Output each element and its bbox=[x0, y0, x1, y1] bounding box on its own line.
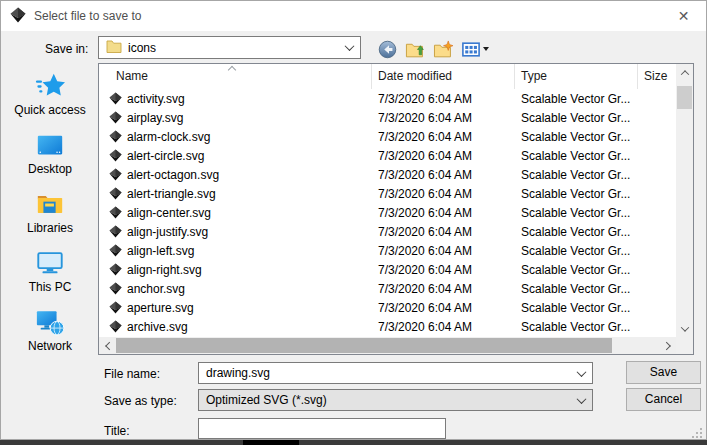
sidebar-item-label: Libraries bbox=[27, 221, 73, 235]
inkscape-file-icon bbox=[109, 225, 122, 238]
menu-caret-icon bbox=[483, 47, 489, 51]
folder-up-icon bbox=[405, 40, 425, 59]
vertical-scrollbar[interactable] bbox=[676, 64, 693, 337]
file-row[interactable]: align-left.svg 7/3/2020 6:04 AM Scalable… bbox=[99, 241, 676, 260]
inkscape-file-icon bbox=[109, 301, 122, 314]
file-date-modified: 7/3/2020 6:04 AM bbox=[372, 244, 515, 258]
quick-access-icon bbox=[35, 71, 65, 101]
places-sidebar: Quick access Desktop bbox=[2, 65, 98, 355]
file-date-modified: 7/3/2020 6:04 AM bbox=[372, 225, 515, 239]
file-date-modified: 7/3/2020 6:04 AM bbox=[372, 282, 515, 296]
file-row[interactable]: align-justify.svg 7/3/2020 6:04 AM Scala… bbox=[99, 222, 676, 241]
save-button[interactable]: Save bbox=[626, 361, 701, 384]
column-headers: Name Date modified Type Size bbox=[99, 64, 676, 89]
chevron-down-icon bbox=[345, 41, 355, 51]
file-name: align-center.svg bbox=[127, 206, 211, 220]
file-row[interactable]: alert-triangle.svg 7/3/2020 6:04 AM Scal… bbox=[99, 184, 676, 203]
file-row[interactable]: alert-circle.svg 7/3/2020 6:04 AM Scalab… bbox=[99, 146, 676, 165]
create-new-folder-button[interactable] bbox=[433, 40, 454, 59]
file-row[interactable]: align-center.svg 7/3/2020 6:04 AM Scalab… bbox=[99, 203, 676, 222]
file-name: aperture.svg bbox=[127, 301, 194, 315]
inkscape-file-icon bbox=[109, 92, 122, 105]
column-header-size[interactable]: Size bbox=[638, 64, 676, 89]
save-as-type-combobox[interactable]: Optimized SVG (*.svg) bbox=[198, 389, 593, 411]
sidebar-item-libraries[interactable]: Libraries bbox=[4, 189, 96, 235]
file-date-modified: 7/3/2020 6:04 AM bbox=[372, 187, 515, 201]
sidebar-item-network[interactable]: Network bbox=[4, 307, 96, 353]
inkscape-file-icon bbox=[109, 111, 122, 124]
file-type: Scalable Vector Gr... bbox=[515, 206, 638, 220]
scroll-up-arrow[interactable] bbox=[676, 64, 693, 81]
inkscape-file-icon bbox=[109, 168, 122, 181]
horizontal-scroll-thumb[interactable] bbox=[116, 338, 612, 353]
sidebar-item-quick-access[interactable]: Quick access bbox=[4, 71, 96, 117]
column-header-name[interactable]: Name bbox=[99, 64, 372, 89]
file-name-value: drawing.svg bbox=[206, 366, 270, 380]
scroll-right-arrow[interactable] bbox=[659, 337, 676, 354]
file-row[interactable]: aperture.svg 7/3/2020 6:04 AM Scalable V… bbox=[99, 298, 676, 317]
file-type: Scalable Vector Gr... bbox=[515, 111, 638, 125]
file-name: archive.svg bbox=[127, 320, 188, 334]
file-type: Scalable Vector Gr... bbox=[515, 92, 638, 106]
file-name-label: File name: bbox=[104, 367, 160, 381]
column-header-date-modified[interactable]: Date modified bbox=[372, 64, 515, 89]
file-date-modified: 7/3/2020 6:04 AM bbox=[372, 168, 515, 182]
save-in-combobox[interactable]: icons bbox=[98, 36, 361, 59]
file-name: anchor.svg bbox=[127, 282, 185, 296]
close-button[interactable]: ✕ bbox=[661, 1, 706, 30]
file-name: alert-triangle.svg bbox=[127, 187, 216, 201]
horizontal-scrollbar[interactable] bbox=[99, 337, 676, 354]
cancel-button[interactable]: Cancel bbox=[626, 388, 701, 411]
file-type: Scalable Vector Gr... bbox=[515, 301, 638, 315]
file-row[interactable]: airplay.svg 7/3/2020 6:04 AM Scalable Ve… bbox=[99, 108, 676, 127]
titlebar: Select file to save to ✕ bbox=[1, 1, 706, 31]
window-title: Select file to save to bbox=[34, 9, 141, 23]
file-name: alarm-clock.svg bbox=[127, 130, 210, 144]
file-name: align-justify.svg bbox=[127, 225, 208, 239]
file-type: Scalable Vector Gr... bbox=[515, 282, 638, 296]
file-row[interactable]: alarm-clock.svg 7/3/2020 6:04 AM Scalabl… bbox=[99, 127, 676, 146]
resize-grip[interactable] bbox=[691, 427, 703, 442]
inkscape-logo-icon bbox=[10, 7, 26, 26]
file-date-modified: 7/3/2020 6:04 AM bbox=[372, 149, 515, 163]
this-pc-icon bbox=[35, 248, 65, 278]
folder-icon bbox=[106, 39, 122, 56]
file-row[interactable]: alert-octagon.svg 7/3/2020 6:04 AM Scala… bbox=[99, 165, 676, 184]
view-menu-button[interactable] bbox=[462, 41, 489, 58]
save-in-label: Save in: bbox=[45, 42, 88, 56]
inkscape-file-icon bbox=[109, 130, 122, 143]
folder-new-icon bbox=[433, 40, 454, 59]
file-row[interactable]: archive.svg 7/3/2020 6:04 AM Scalable Ve… bbox=[99, 317, 676, 336]
desktop-icon bbox=[35, 130, 65, 160]
title-label: Title: bbox=[104, 424, 130, 438]
sidebar-item-desktop[interactable]: Desktop bbox=[4, 130, 96, 176]
file-row[interactable]: anchor.svg 7/3/2020 6:04 AM Scalable Vec… bbox=[99, 279, 676, 298]
file-row[interactable]: activity.svg 7/3/2020 6:04 AM Scalable V… bbox=[99, 89, 676, 108]
scroll-down-arrow[interactable] bbox=[676, 320, 693, 337]
file-name: activity.svg bbox=[127, 92, 185, 106]
file-name: align-right.svg bbox=[127, 263, 202, 277]
screen: Select file to save to ✕ Save in: icons bbox=[0, 0, 707, 445]
scroll-left-arrow[interactable] bbox=[99, 337, 116, 354]
file-name: align-left.svg bbox=[127, 244, 194, 258]
file-type: Scalable Vector Gr... bbox=[515, 244, 638, 258]
sidebar-item-this-pc[interactable]: This PC bbox=[4, 248, 96, 294]
file-date-modified: 7/3/2020 6:04 AM bbox=[372, 130, 515, 144]
file-date-modified: 7/3/2020 6:04 AM bbox=[372, 206, 515, 220]
sidebar-item-label: This PC bbox=[29, 280, 72, 294]
file-row[interactable]: align-right.svg 7/3/2020 6:04 AM Scalabl… bbox=[99, 260, 676, 279]
up-one-level-button[interactable] bbox=[405, 40, 425, 59]
column-header-type[interactable]: Type bbox=[515, 64, 638, 89]
inkscape-file-icon bbox=[109, 149, 122, 162]
file-date-modified: 7/3/2020 6:04 AM bbox=[372, 111, 515, 125]
back-button[interactable] bbox=[378, 40, 397, 59]
file-type: Scalable Vector Gr... bbox=[515, 225, 638, 239]
dialog-toolbar bbox=[378, 39, 489, 59]
save-as-type-value: Optimized SVG (*.svg) bbox=[206, 393, 327, 407]
inkscape-file-icon bbox=[109, 187, 122, 200]
title-input[interactable] bbox=[198, 418, 446, 439]
file-name-combobox[interactable]: drawing.svg bbox=[198, 362, 593, 384]
back-arrow-icon bbox=[378, 40, 397, 59]
vertical-scroll-thumb[interactable] bbox=[677, 86, 692, 109]
sidebar-item-label: Quick access bbox=[14, 103, 85, 117]
